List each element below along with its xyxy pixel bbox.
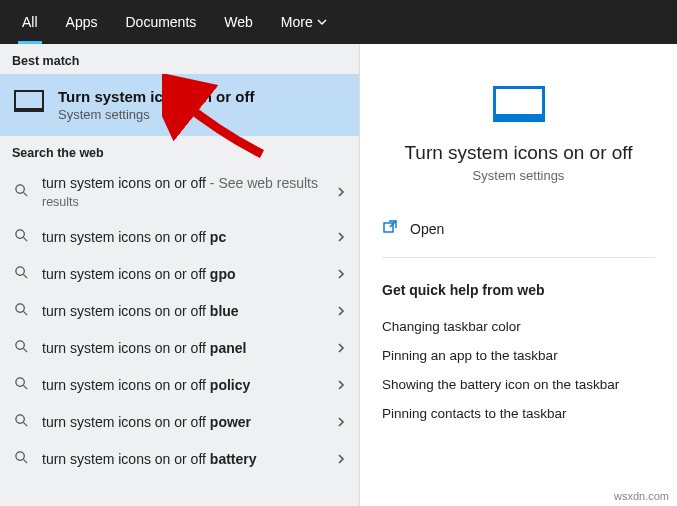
svg-line-11 [23, 386, 27, 390]
tab-documents[interactable]: Documents [111, 0, 210, 44]
chevron-right-icon [335, 186, 347, 198]
svg-point-8 [16, 341, 24, 349]
tab-all[interactable]: All [8, 0, 52, 44]
svg-line-5 [23, 275, 27, 279]
search-web-header: Search the web [0, 136, 359, 166]
chevron-right-icon [335, 268, 347, 280]
results-panel: Best match Turn system icons on or off S… [0, 44, 360, 506]
preview-panel: Turn system icons on or off System setti… [360, 44, 677, 506]
open-label: Open [410, 221, 444, 237]
search-icon [14, 376, 29, 391]
tab-more[interactable]: More [267, 0, 341, 44]
svg-rect-16 [384, 223, 393, 232]
open-icon [382, 219, 398, 239]
web-result-text: turn system icons on or off - See web re… [42, 175, 323, 210]
svg-point-10 [16, 378, 24, 386]
svg-point-6 [16, 304, 24, 312]
best-match-result[interactable]: Turn system icons on or off System setti… [0, 74, 359, 136]
settings-monitor-icon-large [493, 86, 545, 122]
svg-line-3 [23, 238, 27, 242]
settings-monitor-icon [14, 90, 44, 112]
svg-line-9 [23, 349, 27, 353]
chevron-right-icon [335, 453, 347, 465]
svg-line-15 [23, 460, 27, 464]
chevron-right-icon [335, 231, 347, 243]
svg-point-12 [16, 415, 24, 423]
best-match-header: Best match [0, 44, 359, 74]
web-result-row[interactable]: turn system icons on or off battery [0, 441, 359, 478]
search-icon [14, 265, 29, 280]
search-category-tabs: All Apps Documents Web More [0, 0, 677, 44]
svg-line-13 [23, 423, 27, 427]
svg-point-4 [16, 267, 24, 275]
quick-help-link[interactable]: Showing the battery icon on the taskbar [382, 370, 655, 399]
chevron-right-icon [335, 342, 347, 354]
web-result-row[interactable]: turn system icons on or off - See web re… [0, 166, 359, 219]
web-result-text: turn system icons on or off pc [42, 229, 323, 247]
web-result-text: turn system icons on or off gpo [42, 266, 323, 284]
best-match-title: Turn system icons on or off [58, 88, 254, 105]
tab-apps[interactable]: Apps [52, 0, 112, 44]
web-result-row[interactable]: turn system icons on or off pc [0, 219, 359, 256]
web-result-text: turn system icons on or off blue [42, 303, 323, 321]
search-icon [14, 183, 29, 198]
open-action[interactable]: Open [382, 211, 655, 258]
web-result-row[interactable]: turn system icons on or off gpo [0, 256, 359, 293]
quick-help-link[interactable]: Pinning an app to the taskbar [382, 341, 655, 370]
web-result-text: turn system icons on or off panel [42, 340, 323, 358]
tab-web[interactable]: Web [210, 0, 267, 44]
svg-line-1 [23, 192, 27, 196]
search-icon [14, 228, 29, 243]
web-result-row[interactable]: turn system icons on or off blue [0, 293, 359, 330]
quick-help-link[interactable]: Changing taskbar color [382, 312, 655, 341]
web-result-row[interactable]: turn system icons on or off policy [0, 367, 359, 404]
search-icon [14, 413, 29, 428]
svg-point-14 [16, 452, 24, 460]
chevron-right-icon [335, 379, 347, 391]
search-icon [14, 450, 29, 465]
preview-title: Turn system icons on or off [382, 142, 655, 164]
preview-subtitle: System settings [382, 168, 655, 183]
web-result-text: turn system icons on or off policy [42, 377, 323, 395]
chevron-right-icon [335, 416, 347, 428]
web-result-row[interactable]: turn system icons on or off power [0, 404, 359, 441]
web-result-text: turn system icons on or off power [42, 414, 323, 432]
quick-help-link[interactable]: Pinning contacts to the taskbar [382, 399, 655, 428]
svg-point-0 [16, 185, 24, 193]
chevron-down-icon [317, 14, 327, 30]
watermark: wsxdn.com [614, 490, 669, 502]
search-icon [14, 339, 29, 354]
web-result-text: turn system icons on or off battery [42, 451, 323, 469]
web-result-row[interactable]: turn system icons on or off panel [0, 330, 359, 367]
quick-help-header: Get quick help from web [382, 282, 655, 298]
chevron-right-icon [335, 305, 347, 317]
search-icon [14, 302, 29, 317]
svg-point-2 [16, 230, 24, 238]
best-match-subtitle: System settings [58, 107, 254, 122]
svg-line-7 [23, 312, 27, 316]
